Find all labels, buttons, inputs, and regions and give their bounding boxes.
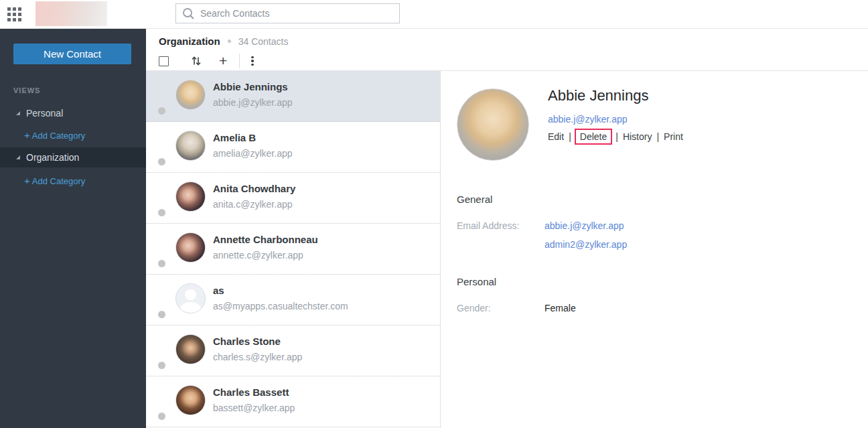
sidebar-item-personal[interactable]: Personal <box>0 104 146 123</box>
status-dot <box>158 209 165 216</box>
contact-avatar-default <box>175 283 206 313</box>
contact-name: Anita Chowdhary <box>213 183 295 194</box>
contact-row-abbie-jennings[interactable]: Abbie Jennings abbie.j@zylker.app <box>146 71 440 122</box>
delete-action[interactable]: Delete <box>575 129 612 145</box>
contact-name: Annette Charbonneau <box>213 234 318 245</box>
contact-avatar <box>175 232 206 263</box>
sidebar: New Contact VIEWS Personal +Add Category… <box>0 29 146 428</box>
email-value-link-2[interactable]: admin2@zylker.app <box>545 239 627 250</box>
contact-detail-name: Abbie Jennings <box>548 87 648 104</box>
contact-name: Abbie Jennings <box>213 81 288 92</box>
print-action[interactable]: Print <box>664 131 683 142</box>
contact-avatar <box>175 182 206 212</box>
email-value-link-1[interactable]: abbie.j@zylker.app <box>545 220 624 231</box>
history-action[interactable]: History <box>623 131 652 142</box>
new-contact-button[interactable]: New Contact <box>13 44 131 64</box>
contact-row-charles-bassett[interactable]: Charles Bassett bassett@zylker.app <box>146 376 440 427</box>
collapse-triangle-icon <box>16 111 20 115</box>
contact-row-amelia-b[interactable]: Amelia B amelia@zylker.app <box>146 122 440 173</box>
contact-list: Abbie Jennings abbie.j@zylker.app Amelia… <box>146 71 441 428</box>
contact-email: anita.c@zylker.app <box>213 199 293 210</box>
contact-email: as@myapps.casualtechster.com <box>213 301 348 311</box>
sidebar-item-label: Personal <box>26 108 63 119</box>
personal-section-title: Personal <box>457 276 496 287</box>
add-category-organization-link[interactable]: +Add Category <box>24 175 85 186</box>
contact-count: 34 Contacts <box>238 36 289 47</box>
list-header: Organization 34 Contacts + <box>146 29 868 71</box>
dot-separator <box>228 40 231 43</box>
search-box[interactable] <box>175 3 400 23</box>
action-separator: | <box>616 131 618 142</box>
contact-detail-email-link[interactable]: abbie.j@zylker.app <box>548 114 628 125</box>
contact-avatar <box>175 80 206 110</box>
status-dot <box>158 260 165 267</box>
status-dot <box>158 362 165 369</box>
contact-email: abbie.j@zylker.app <box>213 97 293 108</box>
sort-icon[interactable] <box>191 56 202 66</box>
plus-icon: + <box>24 129 30 141</box>
action-separator: | <box>569 131 571 142</box>
contact-avatar <box>175 131 206 161</box>
status-dot <box>158 158 165 165</box>
contact-avatar <box>175 385 206 415</box>
contact-email: annette.c@zylker.app <box>213 250 303 261</box>
general-section-title: General <box>457 194 492 205</box>
contact-avatar <box>175 334 206 364</box>
status-dot <box>158 107 165 115</box>
more-options-icon[interactable] <box>251 56 254 66</box>
contact-row-charles-stone[interactable]: Charles Stone charles.s@zylker.app <box>146 326 440 376</box>
search-icon <box>182 7 195 20</box>
contact-name: Charles Bassett <box>213 386 289 398</box>
top-bar <box>0 0 868 29</box>
contact-row-annette-charbonneau[interactable]: Annette Charbonneau annette.c@zylker.app <box>146 224 440 275</box>
app-launcher-grid-icon[interactable] <box>7 7 21 21</box>
action-separator: | <box>656 131 659 142</box>
views-heading: VIEWS <box>13 86 40 94</box>
contact-row-anita-chowdhary[interactable]: Anita Chowdhary anita.c@zylker.app <box>146 173 440 224</box>
sidebar-item-organization[interactable]: Organization <box>0 147 146 167</box>
sidebar-item-label: Organization <box>26 152 79 163</box>
toolbar-divider <box>239 54 240 68</box>
search-input[interactable] <box>200 8 399 19</box>
add-category-personal-link[interactable]: +Add Category <box>24 129 85 141</box>
gender-value: Female <box>545 303 576 313</box>
add-contact-icon[interactable]: + <box>219 55 227 67</box>
contact-name: as <box>213 285 224 296</box>
contact-detail-panel: Abbie Jennings abbie.j@zylker.app Edit |… <box>441 71 868 428</box>
contact-name: Charles Stone <box>213 336 281 347</box>
blurred-logo <box>35 1 107 26</box>
contact-email: amelia@zylker.app <box>213 148 293 159</box>
status-dot <box>158 413 165 420</box>
contact-email: charles.s@zylker.app <box>213 352 302 362</box>
contact-name: Amelia B <box>213 132 256 143</box>
status-dot <box>158 311 165 318</box>
plus-icon: + <box>24 175 30 186</box>
select-all-checkbox[interactable] <box>159 56 169 66</box>
edit-action[interactable]: Edit <box>548 131 564 142</box>
view-title: Organization <box>159 35 220 47</box>
contact-actions: Edit | Delete | History | Print <box>548 130 683 143</box>
email-address-label: Email Address: <box>457 220 519 231</box>
contact-email: bassett@zylker.app <box>213 403 295 413</box>
contact-detail-avatar <box>457 88 529 161</box>
collapse-triangle-icon <box>16 155 20 159</box>
list-toolbar: + <box>159 54 868 68</box>
gender-label: Gender: <box>457 303 491 313</box>
contact-row-as[interactable]: as as@myapps.casualtechster.com <box>146 275 440 326</box>
